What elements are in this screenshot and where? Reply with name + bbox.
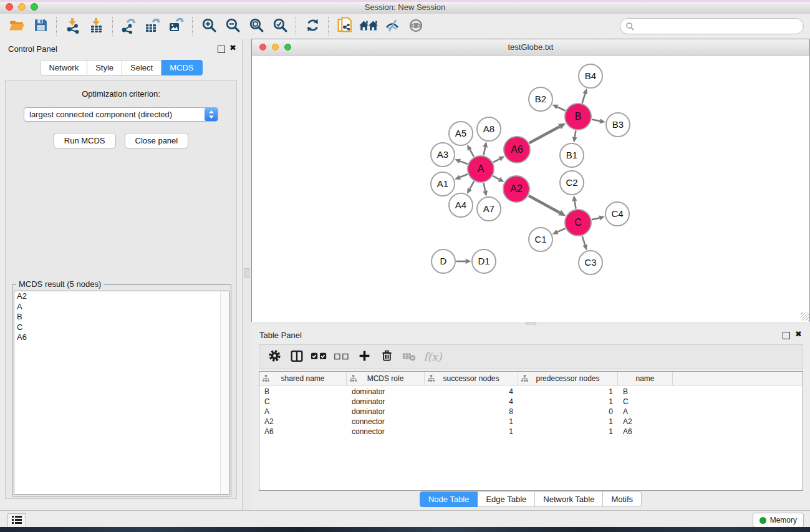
table-row[interactable]: A6connector11A6 xyxy=(259,427,803,437)
table-row[interactable]: Cdominator41C xyxy=(259,397,803,407)
splitter-grip[interactable] xyxy=(244,268,249,278)
open-network-document-button[interactable] xyxy=(333,16,357,36)
add-column-button[interactable] xyxy=(353,347,375,366)
edge-C-C2[interactable] xyxy=(572,195,577,209)
graph-node-A4[interactable]: A4 xyxy=(449,193,473,217)
home-button[interactable] xyxy=(357,16,380,36)
show-graphics-details-button[interactable] xyxy=(404,16,428,36)
edge-C-C4[interactable] xyxy=(592,215,605,220)
mcds-result-item[interactable]: A xyxy=(14,302,229,312)
graph-node-C1[interactable]: C1 xyxy=(529,228,552,251)
column-header-MCDS-role[interactable]: MCDS role xyxy=(347,372,425,385)
mcds-result-item[interactable]: C xyxy=(14,322,229,333)
import-table-button[interactable] xyxy=(85,16,108,36)
tab-motifs[interactable]: Motifs xyxy=(603,491,642,507)
graph-node-B[interactable]: B xyxy=(565,104,591,130)
graph-node-C4[interactable]: C4 xyxy=(605,202,629,226)
scrollbar-track[interactable] xyxy=(220,291,229,494)
graph-node-A5[interactable]: A5 xyxy=(449,122,473,145)
edge-A-A8[interactable] xyxy=(483,142,488,155)
graph-node-A7[interactable]: A7 xyxy=(477,197,501,221)
table-row[interactable]: Bdominator41B xyxy=(259,387,803,397)
zoom-out-button[interactable] xyxy=(221,16,244,36)
memory-button[interactable]: Memory xyxy=(753,513,804,528)
function-builder-button[interactable]: f(x) xyxy=(420,347,443,366)
optimization-criterion-dropdown[interactable]: largest connected component (directed) xyxy=(24,107,218,122)
tab-style[interactable]: Style xyxy=(87,60,122,75)
edge-C-C3[interactable] xyxy=(582,236,587,250)
task-history-button[interactable] xyxy=(7,513,26,528)
edge-B-B4[interactable] xyxy=(582,89,588,104)
graph-node-D1[interactable]: D1 xyxy=(472,249,496,273)
close-panel-icon[interactable]: ✖ xyxy=(229,43,236,52)
tab-network[interactable]: Network xyxy=(40,60,87,75)
graph-node-B2[interactable]: B2 xyxy=(529,87,552,111)
column-mode-button[interactable] xyxy=(286,347,308,366)
close-panel-icon[interactable]: ✖ xyxy=(795,329,802,339)
column-header-successor-nodes[interactable]: successor nodes xyxy=(425,372,518,385)
edge-A-A5[interactable] xyxy=(467,145,474,157)
graph-node-A[interactable]: A xyxy=(468,156,494,182)
edge-A2-C[interactable] xyxy=(529,196,566,216)
delete-table-button[interactable] xyxy=(398,347,420,366)
table-row[interactable]: A2connector11A2 xyxy=(259,417,803,427)
save-session-button[interactable] xyxy=(29,16,52,36)
import-network-button[interactable] xyxy=(61,16,85,36)
run-mcds-button[interactable]: Run MCDS xyxy=(54,133,116,148)
edge-C-C1[interactable] xyxy=(552,228,566,234)
edge-A-A6[interactable] xyxy=(493,157,504,163)
edge-B-B1[interactable] xyxy=(572,130,577,143)
zoom-selected-button[interactable] xyxy=(268,16,292,36)
graph-node-B1[interactable]: B1 xyxy=(560,143,584,167)
close-panel-button[interactable]: Close panel xyxy=(125,133,189,148)
open-session-button[interactable] xyxy=(5,16,29,36)
tab-node-table[interactable]: Node Table xyxy=(420,491,478,507)
graph-node-B3[interactable]: B3 xyxy=(606,113,630,137)
graph-node-A1[interactable]: A1 xyxy=(431,172,455,196)
export-image-button[interactable] xyxy=(165,16,188,36)
graph-node-C[interactable]: C xyxy=(565,210,591,236)
tab-network-table[interactable]: Network Table xyxy=(535,491,603,507)
graph-node-C3[interactable]: C3 xyxy=(579,251,602,274)
mcds-result-list[interactable]: A2ABCA6 xyxy=(14,291,229,495)
table-row[interactable]: Adominator80A xyxy=(259,407,803,417)
window-resize-grip[interactable] xyxy=(801,312,809,321)
refresh-button[interactable] xyxy=(301,16,324,36)
graph-node-A8[interactable]: A8 xyxy=(477,117,501,141)
mcds-result-item[interactable]: A6 xyxy=(14,332,229,343)
column-header-predecessor-nodes[interactable]: predecessor nodes xyxy=(518,372,618,385)
vertical-splitter[interactable] xyxy=(243,39,251,510)
tab-mcds[interactable]: MCDS xyxy=(162,60,202,75)
node-table[interactable]: shared nameMCDS rolesuccessor nodesprede… xyxy=(259,371,803,491)
mcds-result-item[interactable]: A2 xyxy=(14,291,229,302)
column-header-name[interactable]: name xyxy=(618,372,673,385)
zoom-in-button[interactable] xyxy=(197,16,221,36)
graph-node-A6[interactable]: A6 xyxy=(504,137,530,163)
export-network-button[interactable] xyxy=(117,16,141,36)
delete-column-button[interactable] xyxy=(375,347,398,366)
tab-edge-table[interactable]: Edge Table xyxy=(478,491,535,507)
export-table-button[interactable] xyxy=(141,16,165,36)
graph-node-B4[interactable]: B4 xyxy=(579,64,602,88)
mcds-result-item[interactable]: B xyxy=(14,312,229,322)
edge-A-A3[interactable] xyxy=(455,159,468,164)
select-all-columns-button[interactable] xyxy=(308,347,330,366)
edge-A-A7[interactable] xyxy=(483,183,488,196)
deselect-all-columns-button[interactable] xyxy=(330,347,353,366)
edge-A-A2[interactable] xyxy=(493,176,504,182)
hide-graphics-details-button[interactable] xyxy=(380,16,404,36)
tab-select[interactable]: Select xyxy=(122,60,162,75)
edge-A6-B[interactable] xyxy=(529,123,566,143)
edge-A-A1[interactable] xyxy=(455,174,468,180)
edge-A-A4[interactable] xyxy=(467,181,474,194)
graph-node-D[interactable]: D xyxy=(432,249,455,273)
float-panel-icon[interactable] xyxy=(783,332,790,339)
edge-D-D1[interactable] xyxy=(456,259,471,264)
network-canvas[interactable]: B4B2BB3A8A5A6B1A3AC2A1A2A4A7C4CC1DD1C3 xyxy=(252,56,809,322)
graph-node-A2[interactable]: A2 xyxy=(503,176,529,202)
edge-B-B2[interactable] xyxy=(552,105,566,111)
search-field[interactable] xyxy=(620,18,804,34)
float-panel-icon[interactable] xyxy=(218,46,225,53)
column-header-shared-name[interactable]: shared name xyxy=(259,372,347,385)
zoom-fit-button[interactable] xyxy=(244,16,268,36)
